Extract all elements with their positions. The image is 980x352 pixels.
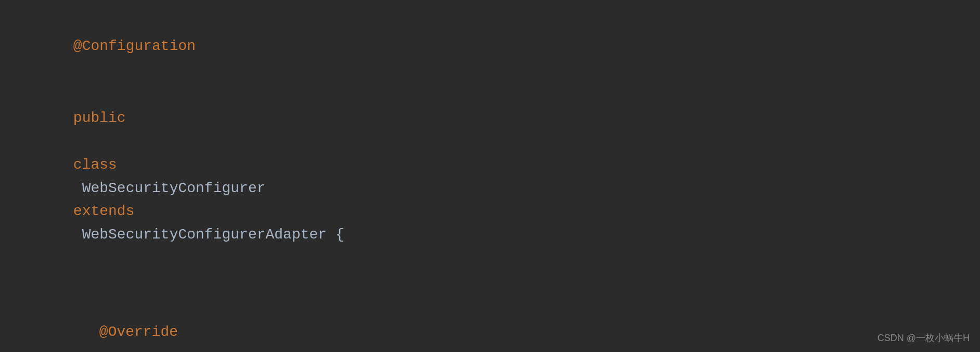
keyword-public: public bbox=[73, 110, 126, 126]
code-line-4: @Override bbox=[0, 297, 980, 352]
annotation: @Configuration bbox=[73, 38, 196, 54]
line-content-2: public class WebSecurityConfigurer exten… bbox=[16, 83, 980, 270]
keyword-class: class bbox=[73, 157, 117, 173]
extends-class: WebSecurityConfigurerAdapter { bbox=[73, 227, 344, 243]
line-content-4: @Override bbox=[16, 298, 980, 352]
code-line-2: public class WebSecurityConfigurer exten… bbox=[0, 82, 980, 271]
line-content-3 bbox=[16, 272, 980, 296]
code-line-3 bbox=[0, 271, 980, 297]
space bbox=[73, 133, 82, 149]
annotation-override: @Override bbox=[99, 324, 178, 340]
watermark: CSDN @一枚小蜗牛H bbox=[878, 331, 970, 346]
class-name: WebSecurityConfigurer bbox=[73, 180, 274, 196]
line-content-1: @Configuration bbox=[16, 11, 980, 81]
code-editor: @Configuration public class WebSecurityC… bbox=[0, 0, 980, 352]
keyword-extends: extends bbox=[73, 203, 135, 219]
code-line-1: @Configuration bbox=[0, 10, 980, 82]
